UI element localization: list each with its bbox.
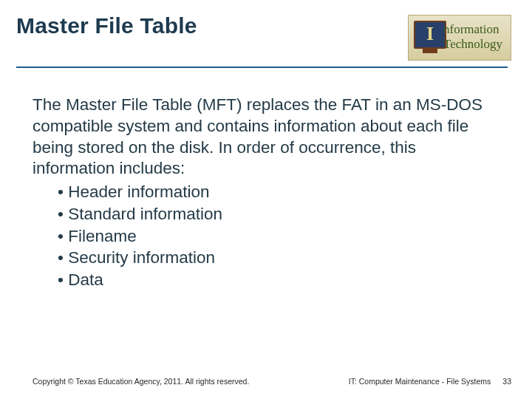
logo-text-line2: Technology [443, 37, 502, 52]
monitor-icon [414, 21, 446, 49]
logo-text-line1: nformation [443, 22, 499, 37]
slide-body: The Master File Table (MFT) replaces the… [0, 68, 532, 291]
list-item: Security information [58, 247, 499, 269]
list-item: Filename [58, 225, 499, 248]
slide-footer: Copyright © Texas Education Agency, 2011… [0, 377, 532, 386]
copyright-text: Copyright © Texas Education Agency, 2011… [33, 377, 249, 386]
logo-image: nformation Technology [408, 15, 511, 61]
list-item: Data [58, 269, 499, 291]
bullet-list: Header information Standard information … [33, 180, 499, 290]
course-label: IT: Computer Maintenance - File Systems [349, 377, 491, 386]
list-item: Header information [58, 181, 499, 203]
list-item: Standard information [58, 203, 499, 225]
slide-title: Master File Table [16, 13, 197, 38]
monitor-base-icon [423, 49, 437, 53]
page-number: 33 [502, 377, 511, 386]
intro-paragraph: The Master File Table (MFT) replaces the… [33, 95, 499, 180]
